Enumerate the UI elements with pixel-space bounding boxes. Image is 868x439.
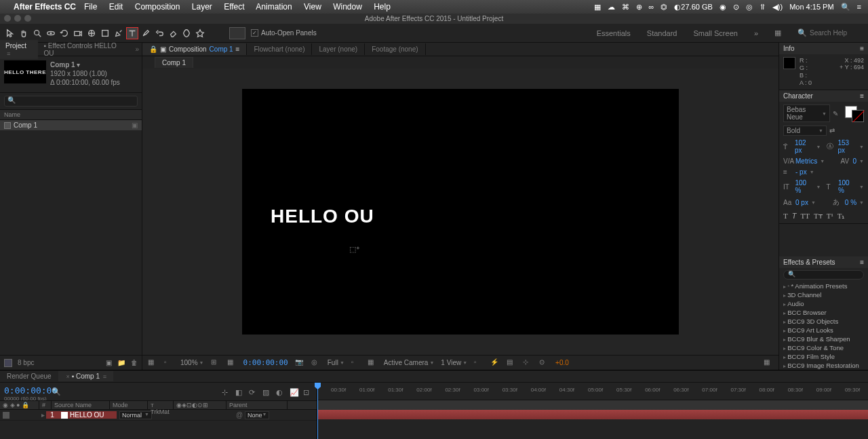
menubar-icon[interactable]: ⊙: [733, 3, 739, 12]
motion-blur-icon[interactable]: ◐: [276, 388, 285, 398]
clone-tool[interactable]: [153, 27, 165, 39]
current-time-indicator[interactable]: [317, 383, 318, 439]
tab-timeline-comp1[interactable]: × ▪ Comp 1 ≡: [58, 371, 113, 381]
project-item-comp1[interactable]: Comp 1 ▣: [0, 120, 142, 130]
exposure-value[interactable]: +0.0: [555, 359, 569, 366]
current-time[interactable]: 0:00:00:00: [243, 358, 288, 367]
draft3d-icon[interactable]: ◧: [235, 388, 245, 398]
new-comp-icon[interactable]: ▣: [106, 359, 112, 366]
search-help-input[interactable]: [810, 29, 864, 37]
timeline-timecode[interactable]: 0:00:00:00: [4, 385, 47, 396]
folder-icon[interactable]: ▣: [132, 121, 138, 129]
tab-layer[interactable]: Layer (none): [312, 43, 365, 55]
menubar-icon[interactable]: ⊕: [636, 3, 642, 12]
cloud-icon[interactable]: ☁: [608, 3, 615, 12]
hscale-value[interactable]: 100 %: [838, 179, 856, 194]
menu-file[interactable]: File: [84, 2, 97, 12]
panel-menu-icon[interactable]: ≡: [860, 259, 864, 266]
pen-tool[interactable]: [113, 27, 125, 39]
camera-dropdown[interactable]: Active Camera▼: [384, 359, 435, 366]
zoom-tool[interactable]: [31, 27, 43, 39]
effects-search-input[interactable]: 🔍: [783, 270, 864, 280]
views-dropdown[interactable]: 1 View▼: [441, 359, 467, 366]
puppet-tool[interactable]: [194, 27, 206, 39]
status-icon[interactable]: ▦: [594, 3, 601, 12]
auto-open-panels-check[interactable]: ✓Auto-Open Panels: [251, 29, 317, 37]
show-snapshot-icon[interactable]: ◎: [311, 358, 321, 368]
new-folder-icon[interactable]: 📁: [117, 359, 125, 366]
stroke-width-value[interactable]: - px: [795, 168, 807, 176]
zoom-window-button[interactable]: [24, 15, 31, 22]
effects-panel-title[interactable]: Effects & Presets: [783, 259, 835, 266]
layer-name[interactable]: HELLO OU: [58, 411, 117, 419]
cat-animation-presets[interactable]: * Animation Presets: [779, 282, 868, 290]
volume-icon[interactable]: ◀)): [772, 3, 783, 12]
search-help[interactable]: 🔍: [797, 28, 864, 37]
tab-flowchart[interactable]: Flowchart (none): [247, 43, 312, 55]
composition-viewer[interactable]: HELLO OU ⬚⁺: [142, 69, 778, 355]
cat-bcc9-film[interactable]: BCC9 Film Style: [779, 352, 868, 361]
smallcaps-button[interactable]: Tᴛ: [814, 212, 823, 221]
info-panel-title[interactable]: Info: [783, 45, 795, 52]
reset-exposure-icon[interactable]: ⊙: [539, 358, 549, 368]
pan-behind-tool[interactable]: [85, 27, 98, 39]
menubar-icon[interactable]: ⌘: [622, 3, 629, 12]
comp-subtab[interactable]: Comp 1: [155, 57, 193, 68]
cat-bcc9-3d[interactable]: BCC9 3D Objects: [779, 317, 868, 326]
project-search-input[interactable]: 🔍: [4, 96, 138, 107]
roi-icon[interactable]: ▫: [351, 358, 361, 368]
bpc-swatch[interactable]: [4, 359, 12, 367]
subscript-button[interactable]: T₁: [837, 212, 845, 221]
menubar-icon[interactable]: ◉: [719, 3, 726, 12]
menu-edit[interactable]: Edit: [109, 2, 123, 12]
tab-composition[interactable]: 🔒 ▣ Composition Comp 1 ≡: [142, 43, 247, 55]
trash-icon[interactable]: 🗑: [131, 359, 138, 366]
transparency-icon[interactable]: ▦: [368, 358, 377, 368]
kerning-value[interactable]: Metrics: [795, 157, 817, 165]
selection-tool[interactable]: [4, 27, 16, 39]
rotation-tool[interactable]: [58, 27, 71, 39]
graph-icon[interactable]: 📈: [290, 388, 299, 398]
comp-mini-flowchart-icon[interactable]: ⊹: [222, 388, 231, 398]
project-column-name[interactable]: Name: [0, 109, 142, 120]
pickwhip-icon[interactable]: @: [236, 411, 243, 419]
viewer-options-icon[interactable]: ▦: [764, 358, 773, 368]
workspace-small[interactable]: Small Screen: [693, 29, 737, 37]
workspace-menu[interactable]: ▦: [774, 28, 781, 37]
eraser-tool[interactable]: [167, 27, 179, 39]
menu-animation[interactable]: Animation: [256, 2, 292, 12]
cat-3d-channel[interactable]: 3D Channel: [779, 290, 868, 299]
roto-tool[interactable]: [180, 27, 193, 39]
menubar-icon[interactable]: ∞: [649, 3, 654, 11]
cat-bcc9-blur[interactable]: BCC9 Blur & Sharpen: [779, 335, 868, 343]
brush-tool[interactable]: [140, 27, 152, 39]
menubar-icon[interactable]: ⏣: [660, 3, 667, 12]
font-style-dropdown[interactable]: Bold▼: [783, 126, 827, 136]
menu-view[interactable]: View: [304, 2, 321, 12]
composition-canvas[interactable]: HELLO OU ⬚⁺: [242, 89, 679, 335]
text-layer-hello[interactable]: HELLO OU: [271, 206, 374, 227]
cat-audio[interactable]: Audio: [779, 299, 868, 308]
grid-icon[interactable]: ▦: [227, 358, 237, 368]
close-window-button[interactable]: [4, 15, 11, 22]
clock[interactable]: Mon 4:15 PM: [789, 3, 833, 11]
resolution-dropdown[interactable]: Full▼: [328, 359, 344, 366]
vscale-value[interactable]: 100 %: [795, 179, 813, 194]
spotlight-icon[interactable]: 🔍: [841, 3, 850, 12]
visibility-toggle[interactable]: [3, 412, 9, 419]
always-preview-icon[interactable]: ▦: [148, 358, 157, 368]
orbit-tool[interactable]: [45, 27, 57, 39]
leading-value[interactable]: 153 px: [837, 139, 856, 154]
faux-bold-button[interactable]: T: [783, 212, 788, 221]
frame-blend-icon[interactable]: ▨: [262, 388, 272, 398]
time-ruler[interactable]: 00:30f01:00f01:30f02:00f02:30f03:00f03:3…: [317, 383, 868, 400]
magnification-icon[interactable]: ▫: [164, 358, 174, 368]
blend-mode-dropdown[interactable]: Normal▼: [119, 411, 152, 419]
zoom-dropdown[interactable]: 100%▼: [180, 359, 204, 366]
comp-thumbnail[interactable]: HELLO THERE: [4, 60, 46, 83]
shy-icon[interactable]: ⟳: [249, 388, 258, 398]
font-family-dropdown[interactable]: Bebas Neue▼: [783, 104, 830, 122]
menubar-icon[interactable]: ◎: [746, 3, 753, 12]
allcaps-button[interactable]: TT: [800, 212, 809, 221]
baseline-value[interactable]: 0 px: [795, 199, 808, 206]
